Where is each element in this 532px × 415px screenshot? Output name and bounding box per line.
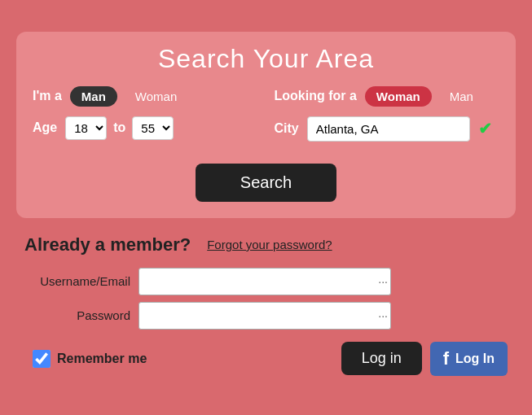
username-label: Username/Email [24,274,130,288]
search-button[interactable]: Search [196,164,336,202]
search-title: Search Your Area [33,44,499,74]
fb-login-label: Log In [455,352,495,366]
age-from-select[interactable]: 18192021222530 [65,116,107,140]
city-input[interactable] [307,116,470,142]
looking-for-label: Looking for a [275,89,357,103]
password-input[interactable] [138,302,391,330]
im-a-toggle: Man Woman [70,86,188,107]
password-label: Password [24,308,130,322]
age-to-label: to [113,120,125,135]
login-button[interactable]: Log in [341,342,422,375]
age-inputs: 18192021222530 to 55606570 [65,116,174,140]
city-label: City [275,121,299,136]
age-label: Age [33,120,57,135]
city-row: City ✔ [275,116,500,142]
username-row: Username/Email ··· [24,268,508,295]
remember-label: Remember me [57,352,147,366]
left-col: I'm a Man Woman Age 18192021222530 to [33,86,258,150]
city-input-wrap [307,116,470,142]
search-form: I'm a Man Woman Age 18192021222530 to [33,86,499,151]
looking-for-woman-button[interactable]: Woman [365,86,432,107]
username-input[interactable] [138,268,391,295]
password-row: Password ··· [24,302,508,330]
im-a-label: I'm a [33,89,62,103]
age-row: Age 18192021222530 to 55606570 [33,116,258,140]
right-col: Looking for a Woman Man City ✔ [275,86,500,151]
member-section: Already a member? Forgot your password? … [16,234,516,376]
age-to-select[interactable]: 55606570 [132,116,174,140]
im-a-row: I'm a Man Woman [33,86,258,107]
looking-for-row: Looking for a Woman Man [275,86,500,107]
member-row: Already a member? Forgot your password? [24,234,508,256]
bottom-row: Remember me Log in f Log In [24,342,508,376]
facebook-icon: f [443,348,449,369]
im-a-man-button[interactable]: Man [70,86,117,107]
remember-checkbox[interactable] [33,350,51,368]
already-member-label: Already a member? [24,234,191,256]
login-form: Username/Email ··· Password ··· [24,268,508,330]
looking-for-toggle: Woman Man [365,86,485,107]
username-field-icon[interactable]: ··· [378,275,388,288]
main-container: Search Your Area I'm a Man Woman Age 181… [0,20,532,396]
looking-for-man-button[interactable]: Man [438,86,485,107]
city-valid-icon: ✔ [478,119,492,138]
im-a-woman-button[interactable]: Woman [124,86,188,107]
password-field-icon[interactable]: ··· [378,309,388,322]
username-input-wrap: ··· [138,268,391,295]
password-input-wrap: ··· [138,302,391,330]
search-box: Search Your Area I'm a Man Woman Age 181… [16,32,516,218]
forgot-password-link[interactable]: Forgot your password? [207,238,332,251]
remember-wrap: Remember me [33,350,147,368]
facebook-login-button[interactable]: f Log In [430,342,508,376]
